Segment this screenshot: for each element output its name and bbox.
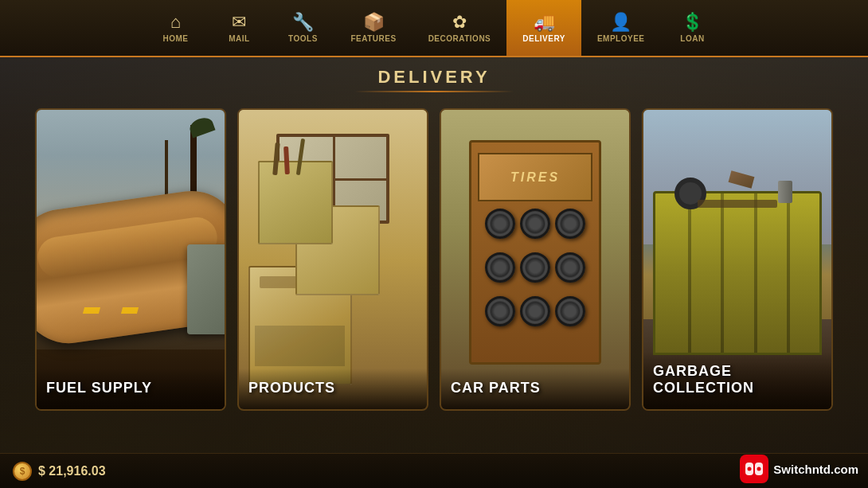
- tires-rack: TIRES: [469, 140, 600, 365]
- stripe-1: [83, 307, 100, 314]
- tools-icon: 🔧: [292, 14, 314, 31]
- nav-label-decorations: DECORATIONS: [428, 34, 491, 43]
- coin-icon: $: [13, 462, 32, 481]
- tire-2-2: [520, 252, 550, 283]
- card-carparts-bg: TIRES: [441, 110, 629, 409]
- nav-item-features[interactable]: 📦 FEATURES: [334, 0, 412, 56]
- tire-2-3: [555, 252, 585, 283]
- tire-1-1: [485, 209, 515, 239]
- nav-item-employee[interactable]: 👤 EMPLOYEE: [581, 0, 661, 56]
- bottom-bar: $ $ 21,916.03 Switchntd.com: [0, 453, 868, 488]
- nav-item-home[interactable]: ⌂ HOME: [143, 0, 207, 56]
- tire-row-3: [478, 291, 592, 331]
- garbage-overflow: [659, 170, 816, 244]
- nav-label-employee: EMPLOYEE: [597, 34, 645, 43]
- nav-item-tools[interactable]: 🔧 TOOLS: [271, 0, 334, 56]
- page-title-container: DELIVERY: [0, 57, 868, 100]
- tire-2-1: [485, 252, 515, 283]
- card-fuel-bg: [37, 110, 225, 409]
- card-fuel-supply[interactable]: FUEL SUPPLY: [35, 108, 226, 411]
- nav-label-mail: MAIL: [229, 34, 249, 43]
- card-fuel-label-container: FUEL SUPPLY: [37, 369, 225, 409]
- card-garbage-label-container: GARBAGE COLLECTION: [643, 352, 831, 409]
- tire-1-2: [520, 209, 550, 239]
- tire-3-3: [555, 296, 585, 326]
- employee-icon: 👤: [610, 14, 631, 31]
- card-products-bg: [239, 110, 427, 409]
- nav-bar: ⌂ HOME ✉ MAIL 🔧 TOOLS 📦 FEATURES ✿ DECOR…: [0, 0, 868, 57]
- svg-point-3: [757, 467, 761, 471]
- fuel-pipe-end: [187, 244, 226, 334]
- tire-3-2: [520, 296, 550, 326]
- delivery-icon: 🚚: [534, 14, 555, 31]
- decorations-icon: ✿: [452, 14, 467, 31]
- cards-grid: FUEL SUPPLY: [0, 100, 868, 419]
- title-underline: [354, 91, 514, 92]
- card-products-label-container: PRODUCTS: [239, 369, 427, 409]
- balance-amount: $ 21,916.03: [38, 464, 106, 478]
- card-carparts[interactable]: TIRES: [440, 108, 631, 411]
- card-carparts-label-container: CAR PARTS: [441, 369, 629, 409]
- tires-sign: TIRES: [478, 153, 592, 201]
- nav-item-delivery[interactable]: 🚚 DELIVERY: [506, 0, 581, 56]
- nav-label-tools: TOOLS: [288, 34, 318, 43]
- tire-row-2: [478, 248, 592, 287]
- tire-row-1: [478, 204, 592, 244]
- nav-item-loan[interactable]: 💲 LOAN: [661, 0, 725, 56]
- watermark-text: Switchntd.com: [773, 463, 858, 476]
- tires-sign-text: TIRES: [510, 170, 560, 185]
- loan-icon: 💲: [682, 14, 703, 31]
- hazard-stripes: [84, 307, 138, 314]
- watermark: Switchntd.com: [740, 455, 858, 483]
- card-products[interactable]: PRODUCTS: [237, 108, 428, 411]
- garbage-junk: [698, 200, 776, 208]
- nav-label-delivery: DELIVERY: [522, 34, 565, 43]
- card-garbage-label-text: GARBAGE COLLECTION: [653, 363, 754, 396]
- nav-label-features: FEATURES: [350, 34, 396, 43]
- svg-point-2: [748, 467, 752, 471]
- nav-item-mail[interactable]: ✉ MAIL: [207, 0, 271, 56]
- box-tools-products: [258, 161, 333, 244]
- tire-1-3: [555, 209, 585, 239]
- mail-icon: ✉: [232, 14, 246, 31]
- features-icon: 📦: [363, 14, 385, 31]
- garbage-metal: [729, 170, 755, 188]
- game-container: ⌂ HOME ✉ MAIL 🔧 TOOLS 📦 FEATURES ✿ DECOR…: [0, 0, 868, 488]
- garbage-can: [778, 181, 792, 203]
- card-products-label-text: PRODUCTS: [248, 380, 335, 396]
- stripe-3: [121, 307, 139, 314]
- card-garbage-collection[interactable]: GARBAGE COLLECTION: [642, 108, 833, 411]
- card-fuel-label-text: FUEL SUPPLY: [46, 380, 152, 396]
- nav-label-home: HOME: [162, 34, 188, 43]
- home-icon: ⌂: [170, 14, 181, 31]
- page-title: DELIVERY: [0, 67, 868, 88]
- nav-label-loan: LOAN: [680, 34, 704, 43]
- tire-3-1: [485, 296, 515, 326]
- box-label: [255, 326, 345, 366]
- card-carparts-label-text: CAR PARTS: [451, 380, 541, 396]
- nav-item-decorations[interactable]: ✿ DECORATIONS: [412, 0, 507, 56]
- switch-logo-icon: [740, 455, 768, 483]
- stripe-2: [102, 307, 119, 314]
